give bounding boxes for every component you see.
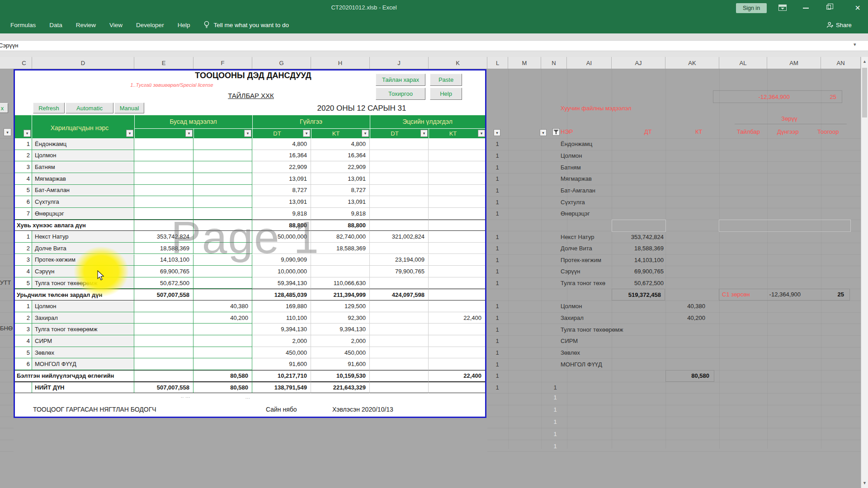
cell-g[interactable]: 10,217,710 [252, 370, 311, 382]
cell-c[interactable]: 3 [15, 324, 32, 335]
cell-g[interactable]: 59,394,130 [252, 277, 311, 289]
cell-d[interactable]: Бат-Амгалан [32, 185, 134, 197]
cell-h[interactable]: 82,740,000 [311, 231, 370, 243]
cell-c[interactable]: 7 [15, 208, 32, 220]
cell-f[interactable] [193, 161, 252, 173]
cell-k[interactable] [429, 150, 485, 162]
cell-g[interactable]: 169,880 [252, 300, 311, 312]
cell-e[interactable] [134, 347, 193, 359]
cell-h[interactable]: 92,300 [311, 312, 370, 324]
cell-e[interactable] [134, 208, 193, 220]
cell-g[interactable]: 9,394,130 [252, 324, 311, 335]
cell-c[interactable]: 1 [15, 138, 32, 150]
cell-e[interactable] [134, 370, 193, 382]
cell-f[interactable]: 40,200 [193, 312, 252, 324]
cell-f[interactable]: 80,580 [193, 382, 252, 394]
cell-f[interactable] [193, 347, 252, 359]
cell-c[interactable]: 3 [15, 254, 32, 266]
cell-k[interactable] [429, 347, 485, 359]
cell-c[interactable]: 4 [15, 266, 32, 277]
cell-d[interactable]: Долче Вита [32, 243, 134, 254]
cell-f[interactable] [193, 254, 252, 266]
cell-k[interactable] [429, 243, 485, 254]
filter-arrow-colL[interactable]: ▾ [494, 129, 500, 136]
cell-h[interactable]: 10,159,530 [311, 370, 370, 382]
cell-g[interactable]: 13,091 [252, 173, 311, 185]
cell-g[interactable]: 138,791,549 [252, 382, 311, 394]
cell-c[interactable]: 6 [15, 196, 32, 208]
cell-j[interactable]: 79,900,765 [370, 266, 429, 277]
cell-e[interactable]: 69,900,765 [134, 266, 193, 277]
cell-k[interactable] [429, 231, 485, 243]
automatic-button[interactable]: Automatic [66, 103, 113, 113]
filter-arrow-colB[interactable]: ▾ [4, 128, 11, 136]
cell-e[interactable]: 18,588,369 [134, 243, 193, 254]
autofilter-funnel-icon[interactable] [552, 128, 560, 136]
cell-h[interactable]: 16,364 [311, 150, 370, 162]
cell-d[interactable]: МОНГОЛ ФҮҮД [32, 358, 134, 370]
cell-e[interactable]: 50,672,500 [134, 277, 193, 289]
filter-arrow-7[interactable]: ▾ [478, 130, 485, 137]
cell-j[interactable] [370, 335, 429, 347]
cell-h[interactable] [311, 254, 370, 266]
cell-k[interactable] [429, 173, 485, 185]
cell-d[interactable]: Тулга тоног төхөөрөмж [32, 277, 134, 289]
cell-c[interactable]: 2 [15, 150, 32, 162]
cell-j[interactable] [370, 324, 429, 335]
cell-j[interactable] [370, 370, 429, 382]
cell-h[interactable]: 18,588,369 [311, 243, 370, 254]
vertical-scrollbar[interactable]: ▲ ▼ [861, 57, 868, 488]
cell-f[interactable] [193, 243, 252, 254]
cell-k[interactable] [429, 277, 485, 289]
cell-j[interactable] [370, 358, 429, 370]
cell-g[interactable]: 50,000,000 [252, 231, 311, 243]
cell-e[interactable] [134, 312, 193, 324]
report-view-button[interactable]: Тайлан харах [376, 74, 425, 86]
cell-j[interactable] [370, 150, 429, 162]
cell-f[interactable] [193, 196, 252, 208]
cell-j[interactable] [370, 185, 429, 197]
cell-h[interactable]: 13,091 [311, 196, 370, 208]
filter-arrow-1[interactable]: ▾ [126, 130, 133, 137]
cell-d[interactable]: Сүхтулга [32, 196, 134, 208]
cell-g[interactable]: 16,364 [252, 150, 311, 162]
cell-e[interactable] [134, 185, 193, 197]
cell-k[interactable] [429, 266, 485, 277]
manual-button[interactable]: Manual [114, 103, 144, 113]
paste-button[interactable]: Paste [430, 74, 462, 86]
cell-d[interactable]: Протек-хөгжим [32, 254, 134, 266]
cell-h[interactable]: 450,000 [311, 347, 370, 359]
cell-f[interactable] [193, 208, 252, 220]
cell-f[interactable] [193, 138, 252, 150]
cell-d[interactable]: Некст Натур [32, 231, 134, 243]
cell-j[interactable] [370, 208, 429, 220]
cell-h[interactable]: 13,091 [311, 173, 370, 185]
cell-c[interactable]: 1 [15, 300, 32, 312]
cell-g[interactable]: 128,485,039 [252, 289, 311, 300]
cell-f[interactable] [193, 277, 252, 289]
cell-k[interactable] [429, 196, 485, 208]
cell-h[interactable]: 4,800 [311, 138, 370, 150]
cell-j[interactable] [370, 220, 429, 231]
cell-f[interactable]: 80,580 [193, 370, 252, 382]
cell-g[interactable] [252, 243, 311, 254]
cell-g[interactable]: 2,000 [252, 335, 311, 347]
cell-c[interactable]: 4 [15, 173, 32, 185]
cell-f[interactable] [193, 231, 252, 243]
cell-d[interactable]: Сэрүүн [32, 266, 134, 277]
cell-h[interactable]: 110,066,630 [311, 277, 370, 289]
cell-d[interactable]: Мягмаржав [32, 173, 134, 185]
cell-e[interactable] [134, 138, 193, 150]
cell-d[interactable]: СИРМ [32, 335, 134, 347]
cell-f[interactable] [193, 335, 252, 347]
cell-f[interactable] [193, 185, 252, 197]
cell-j[interactable] [370, 138, 429, 150]
cell-d[interactable]: Зөвлөх [32, 347, 134, 359]
cell-d[interactable]: НИЙТ ДҮН [32, 382, 134, 394]
cell-h[interactable]: 9,394,130 [311, 324, 370, 335]
scroll-down-icon[interactable]: ▼ [861, 481, 868, 485]
cell-h[interactable] [311, 266, 370, 277]
filter-arrow-5[interactable]: ▾ [362, 130, 369, 137]
cell-d[interactable]: Өнөрцэцэг [32, 208, 134, 220]
cell-d[interactable]: Ёндонжамц [32, 138, 134, 150]
